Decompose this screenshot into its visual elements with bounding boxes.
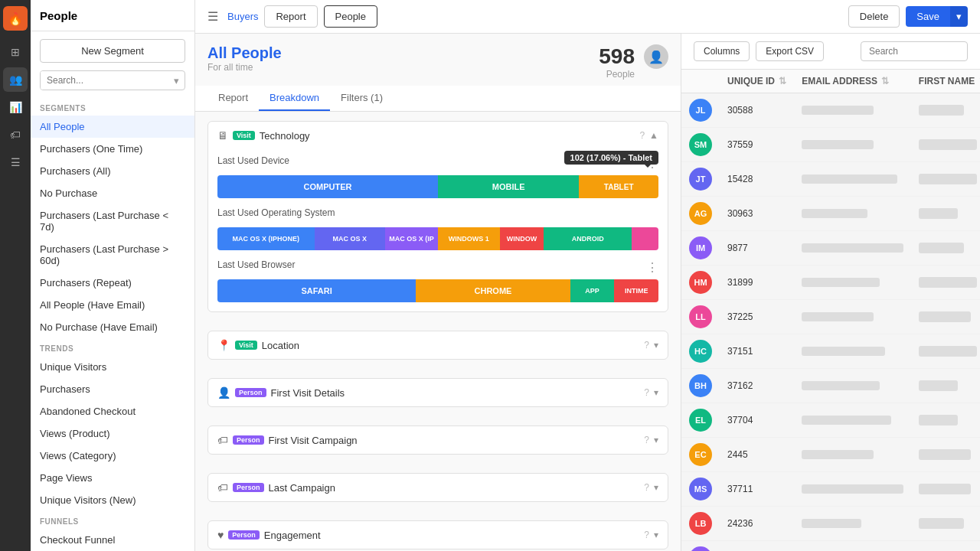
chrome-bar[interactable]: CHROME (416, 279, 570, 302)
fvc-chevron-icon[interactable]: ▾ (654, 435, 658, 445)
eng-help-icon[interactable]: ? (644, 530, 649, 540)
other-os-bar[interactable] (632, 227, 658, 250)
col-first[interactable]: FIRST NAME ⇅ (911, 70, 980, 93)
location-help-icon[interactable]: ? (644, 340, 649, 350)
save-button[interactable]: Save (906, 6, 950, 27)
table-row[interactable]: IR 19163 ██████████ ██████ ██████ 4 hour… (681, 541, 980, 552)
segment-item-views-category[interactable]: Views (Category) (31, 445, 194, 467)
table-row[interactable]: EC 2445 ████████████ ████████ ████████ 3… (681, 438, 980, 472)
filter-tab-report[interactable]: Report (207, 86, 259, 111)
segment-item-unique-visitors-new[interactable]: Unique Visitors (New) (31, 489, 194, 511)
technology-chevron-icon[interactable]: ▲ (649, 130, 658, 141)
search-chevron-icon[interactable]: ▾ (168, 70, 185, 90)
segment-item-all-people-email[interactable]: All People (Have Email) (31, 294, 194, 316)
tag-nav-icon[interactable]: 🏷 (3, 122, 28, 147)
avatar-cell: SM (681, 128, 720, 162)
email-cell: ███████████ (794, 197, 911, 231)
table-wrapper[interactable]: UNIQUE ID ⇅ EMAIL ADDRESS ⇅ FIRST NAME ⇅… (681, 70, 980, 551)
table-row[interactable]: HC 37151 ██████████████ █████████ ██████… (681, 334, 980, 369)
eng-chevron-icon[interactable]: ▾ (654, 530, 658, 540)
table-row[interactable]: HM 31899 █████████████ █████████ ███████… (681, 266, 980, 300)
hamburger-icon[interactable]: ☰ (207, 9, 218, 24)
col-uid[interactable]: UNIQUE ID ⇅ (720, 70, 794, 93)
export-csv-button[interactable]: Export CSV (756, 41, 824, 61)
segment-item-abandoned-checkout[interactable]: Abandoned Checkout (31, 400, 194, 422)
filter-tab-filters[interactable]: Filters (1) (330, 86, 394, 111)
table-row[interactable]: IM 9877 █████████████████ ███████ ██████… (681, 231, 980, 266)
table-row[interactable]: LL 37225 ████████████ ████████ ████████ … (681, 300, 980, 334)
table-row[interactable]: BH 37162 █████████████ ██████ ██████ 2 h… (681, 369, 980, 403)
segment-item-purchasers-last-60d[interactable]: Purchasers (Last Purchase > 60d) (31, 238, 194, 272)
filter-panel: All People For all time 598 People 👤 Rep… (195, 34, 681, 551)
app-bar[interactable]: APP (570, 279, 615, 302)
table-row[interactable]: JL 30588 ████████████ ███████ ███████ 18… (681, 93, 980, 128)
columns-button[interactable]: Columns (694, 41, 750, 61)
col-email[interactable]: EMAIL ADDRESS ⇅ (794, 70, 911, 93)
table-row[interactable]: AG 30963 ███████████ ██████ ██████ an ho… (681, 197, 980, 231)
mac-ip-bar[interactable]: MAC OS X (IP (385, 227, 438, 250)
table-row[interactable]: LB 24236 ██████████ ███████ ███████ 3 ho… (681, 507, 980, 541)
list-nav-icon[interactable]: ☰ (3, 150, 28, 174)
table-row[interactable]: JT 15428 ████████████████ █████████ ████… (681, 162, 980, 197)
segment-item-all-people[interactable]: All People (31, 116, 194, 138)
table-row[interactable]: SM 37559 ████████████ █████████ ████████… (681, 128, 980, 162)
browser-more-icon[interactable]: ⋮ (646, 260, 658, 275)
safari-bar[interactable]: SAFARI (217, 279, 416, 302)
tablet-bar[interactable]: TABLET 102 (17.06%) - Tablet (579, 175, 658, 198)
table-search-input[interactable] (861, 41, 968, 61)
chart-nav-icon[interactable]: 📊 (3, 95, 28, 119)
mobile-bar[interactable]: MOBILE (438, 175, 579, 198)
people-nav-icon[interactable]: 👥 (3, 67, 28, 92)
windows1-bar[interactable]: WINDOWS 1 (438, 227, 500, 250)
lc-chevron-icon[interactable]: ▾ (654, 482, 658, 493)
android-bar[interactable]: ANDROID (544, 227, 632, 250)
report-tab-button[interactable]: Report (264, 5, 317, 28)
segment-item-purchasers-all[interactable]: Purchasers (All) (31, 160, 194, 182)
segment-item-unique-visitors[interactable]: Unique Visitors (31, 356, 194, 378)
segment-item-purchasers-one-time[interactable]: Purchasers (One Time) (31, 138, 194, 160)
first-visit-help-icon[interactable]: ? (644, 387, 649, 398)
avatar-cell: EL (681, 403, 720, 438)
app-logo: 🔥 (3, 6, 28, 31)
segment-search-input[interactable] (41, 70, 168, 90)
fvc-help-icon[interactable]: ? (644, 435, 649, 445)
grid-nav-icon[interactable]: ⊞ (3, 40, 28, 64)
table-row[interactable]: EL 37704 ███████████████ ██████ ██████ 2… (681, 403, 980, 438)
technology-help-icon[interactable]: ? (639, 130, 645, 141)
save-dropdown-icon[interactable]: ▾ (950, 6, 968, 27)
segment-item-no-purchase[interactable]: No Purchase (31, 182, 194, 204)
lc-help-icon[interactable]: ? (644, 482, 649, 493)
breadcrumb-buyers[interactable]: Buyers (227, 11, 258, 22)
first-name-cell: ███████ (911, 93, 980, 128)
device-more-icon[interactable]: ⋮ (646, 156, 658, 171)
email-cell: ██████████ (794, 507, 911, 541)
heart-icon: ♥ (217, 529, 224, 541)
last-campaign-header[interactable]: 🏷 Person Last Campaign ? ▾ (208, 474, 668, 501)
computer-bar[interactable]: COMPUTER (217, 175, 438, 198)
trends-label: TRENDS (31, 338, 194, 356)
segment-item-checkout-funnel[interactable]: Checkout Funnel (31, 529, 194, 551)
segment-item-purchasers-last-7d[interactable]: Purchasers (Last Purchase < 7d) (31, 204, 194, 238)
location-chevron-icon[interactable]: ▾ (654, 340, 658, 350)
technology-section-header[interactable]: 🖥 Visit Technology ? ▲ (208, 122, 668, 149)
segment-item-page-views[interactable]: Page Views (31, 467, 194, 489)
new-segment-button[interactable]: New Segment (40, 39, 185, 63)
segment-item-purchasers-repeat[interactable]: Purchasers (Repeat) (31, 272, 194, 294)
first-visit-section-header[interactable]: 👤 Person First Visit Details ? ▾ (208, 379, 668, 406)
filter-tab-breakdown[interactable]: Breakdown (259, 86, 330, 111)
first-visit-chevron-icon[interactable]: ▾ (654, 387, 658, 398)
location-section-header[interactable]: 📍 Visit Location ? ▾ (208, 331, 668, 359)
people-tab-button[interactable]: People (324, 5, 377, 28)
table-row[interactable]: MS 37711 █████████████████ ████████ ████… (681, 472, 980, 507)
engagement-header[interactable]: ♥ Person Engagement ? ▾ (208, 521, 668, 549)
mac-iphone-bar[interactable]: MAC OS X (IPHONE) (217, 227, 315, 250)
mac-os-bar[interactable]: MAC OS X (315, 227, 385, 250)
first-visit-campaign-header[interactable]: 🏷 Person First Visit Campaign ? ▾ (208, 426, 668, 454)
intime-bar[interactable]: INTIME (614, 279, 658, 302)
segment-item-no-purchase-email[interactable]: No Purchase (Have Email) (31, 316, 194, 338)
technology-section-body: Last Used Device ⋮ COMPUTER MOBILE TABLE… (208, 149, 668, 311)
segment-item-views-product[interactable]: Views (Product) (31, 422, 194, 445)
segment-item-purchasers[interactable]: Purchasers (31, 378, 194, 400)
delete-button[interactable]: Delete (848, 5, 900, 28)
window-bar[interactable]: WINDOW (500, 227, 544, 250)
